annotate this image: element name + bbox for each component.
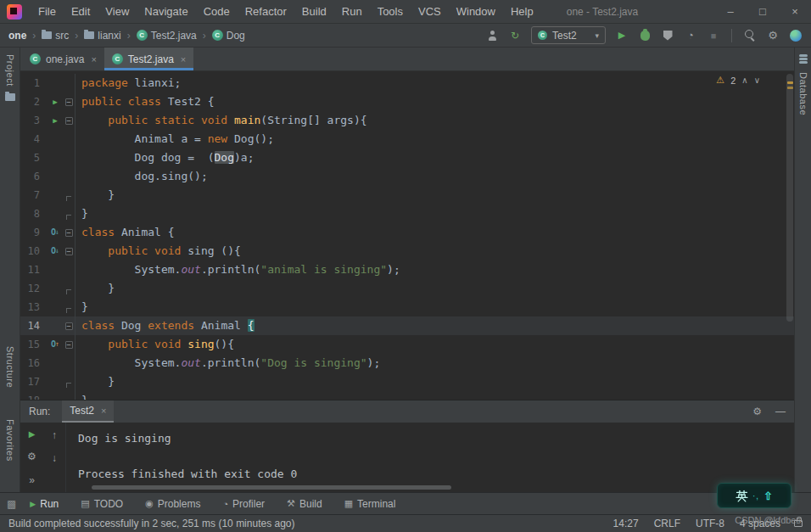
run-settings-gear-icon[interactable]: ⚙ [752,406,762,417]
ime-indicator[interactable]: ·, ⇧ [717,483,791,508]
menu-tools[interactable]: Tools [370,0,411,23]
run-button[interactable]: ▶ [615,29,629,42]
fold-strip[interactable] [63,204,76,223]
toolwindow-button-build[interactable]: ⚒Build [287,498,322,510]
menu-navigate[interactable]: Navigate [137,0,195,23]
code-line[interactable]: 5 Dog dog = (Dog)a; [20,148,794,167]
fold-strip[interactable] [63,279,76,298]
toolwindow-button-run[interactable]: ▶Run [30,498,59,510]
run-gutter-icon[interactable]: ▶ [48,111,63,130]
hide-panel-icon[interactable]: — [775,406,786,417]
toolwindow-button-terminal[interactable]: ▦Terminal [344,498,396,510]
code-line[interactable]: 10O↓− public void sing (){ [20,242,794,260]
code-line[interactable]: 4 Animal a = new Dog(); [20,130,794,148]
overriding-gutter-icon[interactable]: O↑ [48,335,63,354]
toolwindow-switcher-icon[interactable]: ▩ [7,498,16,510]
breadcrumb-item[interactable]: CDog [212,30,245,42]
code-line[interactable]: 15O↑− public void sing(){ [20,335,794,354]
code-line[interactable]: 14−class Dog extends Animal { [20,316,794,335]
warning-stripe-mark[interactable] [787,81,793,84]
toolwindow-button-todo[interactable]: ▤TODO [81,498,123,510]
menu-code[interactable]: Code [196,0,238,23]
fold-strip[interactable]: − [63,92,76,111]
code-line[interactable]: 8} [20,204,794,223]
code-line[interactable]: 1package lianxi; [20,74,794,92]
fold-end-icon[interactable] [66,383,71,388]
menu-edit[interactable]: Edit [64,0,98,23]
settings-gear-icon[interactable]: ⚙ [766,29,780,42]
search-icon[interactable] [743,29,757,42]
next-warning-icon[interactable]: ∨ [754,76,760,85]
run-line-icon[interactable]: ▶ [53,92,57,111]
code-line[interactable]: 6 dog.sing(); [20,167,794,186]
toolwindow-button-problems[interactable]: ◉Problems [145,498,200,510]
tool-button-structure[interactable]: Structure [0,346,20,388]
fold-collapse-icon[interactable]: − [65,229,73,237]
overridden-gutter-icon[interactable]: O↓ [48,223,63,242]
run-config-selector[interactable]: C Test2 ▾ [531,26,606,44]
code-line[interactable]: 11 System.out.println("animal is singing… [20,260,794,279]
editor-tab-test2-java[interactable]: CTest2.java× [104,48,193,70]
run-gutter-icon[interactable]: ▶ [48,92,63,111]
fold-collapse-icon[interactable]: − [65,117,73,125]
fold-collapse-icon[interactable]: − [65,98,73,106]
fold-strip[interactable]: − [63,223,76,242]
fold-strip[interactable]: − [63,111,76,130]
maximize-button[interactable]: □ [747,0,779,23]
up-stack-icon[interactable]: ↑ [52,430,57,440]
editor-tab-one-java[interactable]: Cone.java× [22,48,104,70]
code-line[interactable]: 16 System.out.println("Dog is singing"); [20,354,794,372]
run-tab[interactable]: Test2 × [62,400,114,423]
breadcrumb-item[interactable]: CTest2.java [137,30,197,42]
rerun-button[interactable]: ▶ [29,430,36,439]
code-line[interactable]: 18} [20,391,794,400]
breadcrumb-item[interactable]: src [42,30,69,42]
run-output[interactable]: Dog is singing Process finished with exi… [66,423,794,492]
run-config-settings-icon[interactable]: ⚙ [27,451,36,462]
inspections-widget[interactable]: ⚠ 2 ∧ ∨ [716,75,760,86]
code-line[interactable]: 17 } [20,372,794,391]
close-tab-icon[interactable]: × [91,54,96,64]
tool-button-project[interactable]: Project [0,48,20,101]
code-line[interactable]: 2▶−public class Test2 { [20,92,794,111]
status-encoding[interactable]: UTF-8 [696,518,724,529]
code-with-me-icon[interactable] [789,29,803,42]
fold-strip[interactable] [63,372,76,391]
status-line-separator[interactable]: CRLF [654,518,680,529]
menu-window[interactable]: Window [449,0,503,23]
tool-button-favorites[interactable]: Favorites [0,419,20,462]
sync-icon[interactable]: ↻ [508,29,522,42]
fold-collapse-icon[interactable]: − [65,248,73,255]
run-hscrollbar[interactable] [92,485,451,490]
breadcrumb-item[interactable]: one [8,30,26,42]
fold-strip[interactable]: − [63,316,76,335]
close-run-tab-icon[interactable]: × [101,406,106,416]
overridden-gutter-icon[interactable]: O↓ [48,242,63,260]
code-line[interactable]: 7 } [20,186,794,204]
menu-view[interactable]: View [98,0,137,23]
code-line[interactable]: 9O↓−class Animal { [20,223,794,242]
warning-stripe-mark[interactable] [787,87,793,89]
menu-help[interactable]: Help [503,0,541,23]
fold-strip[interactable] [63,298,76,316]
tool-button-database[interactable]: Database [795,48,811,115]
minimize-button[interactable]: – [714,0,747,23]
status-clock[interactable]: 14:27 [613,518,639,529]
user-icon[interactable] [485,29,499,42]
menu-build[interactable]: Build [294,0,334,23]
coverage-button[interactable] [661,29,674,42]
breadcrumb-item[interactable]: lianxi [84,30,120,42]
code-line[interactable]: 12 } [20,279,794,298]
down-stack-icon[interactable]: ↓ [52,453,57,463]
prev-warning-icon[interactable]: ∧ [741,76,747,85]
fold-strip[interactable]: − [63,335,76,354]
code-line[interactable]: 3▶− public static void main(String[] arg… [20,111,794,130]
code-line[interactable]: 13} [20,298,794,316]
fold-end-icon[interactable] [66,289,71,294]
menu-file[interactable]: File [31,0,64,23]
fold-end-icon[interactable] [66,308,71,313]
editor[interactable]: 1package lianxi;2▶−public class Test2 {3… [20,71,794,400]
profiler-button[interactable]: ◔ [684,29,697,42]
debug-button[interactable] [638,29,652,42]
fold-end-icon[interactable] [66,215,71,220]
